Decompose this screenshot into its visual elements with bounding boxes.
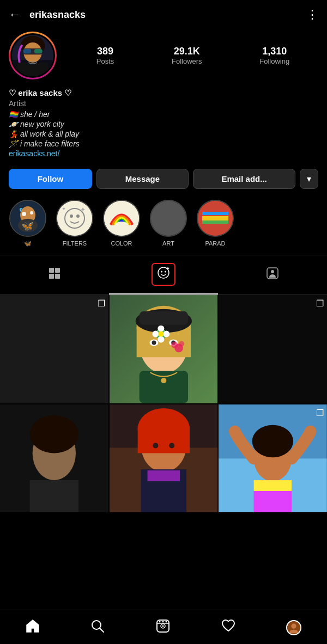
dropdown-button[interactable]: ▾ [300,169,318,189]
stats-row: 389 Posts 29.1K Followers 1,310 Followin… [68,46,318,65]
svg-rect-30 [49,274,54,279]
svg-point-55 [179,341,184,346]
svg-rect-7 [17,63,48,76]
butterfly-icon: 🦋 [10,201,45,236]
bio-line-2: 🪐 new york city [9,120,318,128]
svg-point-60 [30,415,78,453]
content-tabs [0,255,327,295]
grid-item-4[interactable] [0,404,108,513]
bio-section: ♡ erika sacks ♡ Artist 🏳️‍🌈 she / her 🪐 … [0,86,327,164]
svg-point-87 [165,621,167,623]
profile-avatar-nav [286,620,301,635]
action-buttons: Follow Message Email add... ▾ [0,164,327,197]
followers-stat[interactable]: 29.1K Followers [172,46,202,65]
svg-rect-78 [254,480,292,491]
header: ← erikasnacks ⋮ [0,0,327,27]
bio-line-1: 🏳️‍🌈 she / her [9,110,318,119]
svg-point-33 [161,271,162,273]
highlight-label-filters: FILTERS [63,240,87,247]
nav-home[interactable] [17,617,49,639]
followers-label: Followers [172,57,202,65]
svg-point-89 [292,624,296,629]
svg-rect-6 [34,49,43,53]
nav-profile[interactable] [277,617,310,639]
grid-item-6[interactable]: ❐ [219,404,327,513]
highlight-circle-butterfly: 🦋 [9,200,46,237]
highlight-butterfly[interactable]: 🦋 🦋 [9,200,47,247]
highlight-color[interactable]: COLOR [102,200,141,247]
highlight-filters[interactable]: ✦ ✦ FILTERS [56,200,94,247]
grid-item-2[interactable] [110,295,218,403]
more-options-button[interactable]: ⋮ [306,8,318,22]
highlight-label-parad: PARAD [205,240,225,247]
svg-rect-23 [151,201,186,236]
svg-rect-42 [139,311,187,325]
svg-point-13 [30,211,33,214]
nav-activity[interactable] [213,617,244,639]
svg-point-34 [165,271,166,273]
svg-rect-56 [139,371,187,403]
avatar-ring [9,32,57,79]
multi-icon-3: ❐ [316,298,324,309]
svg-point-86 [162,621,164,623]
svg-rect-25 [202,216,228,220]
posts-count: 389 [97,46,113,57]
grid-item-1[interactable]: ❐ [0,295,108,403]
svg-rect-26 [202,212,228,215]
follow-button[interactable]: Follow [9,169,92,189]
grid-item-3[interactable]: ❐ [219,295,327,403]
posts-stat[interactable]: 389 Posts [96,46,114,65]
tab-tagged[interactable] [218,255,327,295]
profile-category: Artist [9,99,318,108]
svg-point-69 [169,443,174,448]
svg-point-76 [252,425,293,457]
parad-icon [198,201,233,236]
svg-rect-29 [55,268,60,273]
message-button[interactable]: Message [96,169,189,189]
svg-point-52 [158,332,164,337]
following-stat[interactable]: 1,310 Following [259,46,289,65]
multi-icon-6: ❐ [316,408,324,418]
filters-icon: ✦ ✦ [57,201,92,236]
svg-text:✦: ✦ [80,206,86,213]
bottom-nav [0,610,327,644]
svg-rect-71 [147,470,180,481]
svg-rect-5 [23,49,31,53]
photo-grid: ❐ [0,295,327,512]
highlight-circle-parad [197,200,234,237]
nav-reels[interactable] [147,617,179,639]
svg-point-57 [161,378,166,383]
reels-nav-icon [156,619,170,636]
highlight-parad[interactable]: PARAD [196,200,234,247]
back-button[interactable]: ← [9,8,21,22]
chevron-down-icon: ▾ [307,174,311,183]
profile-website[interactable]: erikasacks.net/ [9,149,318,158]
following-label: Following [259,57,289,65]
highlight-art[interactable]: ART [149,200,187,247]
heart-icon [221,619,235,636]
art-icon [151,201,186,236]
svg-point-22 [115,222,128,228]
tab-grid[interactable] [0,255,109,295]
grid-item-5[interactable] [110,404,218,513]
avatar-inner [10,33,55,78]
svg-point-68 [153,443,158,448]
highlight-circle-filters: ✦ ✦ [56,200,93,237]
username-title: erikasnacks [29,9,306,21]
svg-rect-31 [55,274,60,279]
svg-point-54 [171,341,178,348]
avatar[interactable] [9,32,57,79]
highlight-label-butterfly: 🦋 [24,240,32,247]
email-button[interactable]: Email add... [193,169,295,189]
tab-reels[interactable] [109,255,218,295]
nav-search[interactable] [82,617,113,639]
svg-rect-27 [202,220,228,224]
home-icon [26,619,40,636]
svg-point-83 [162,625,164,627]
svg-point-49 [158,336,164,342]
following-count: 1,310 [262,46,287,57]
highlight-label-art: ART [162,240,174,247]
svg-text:🦋: 🦋 [21,220,34,232]
svg-line-80 [100,628,104,632]
posts-label: Posts [96,57,114,65]
